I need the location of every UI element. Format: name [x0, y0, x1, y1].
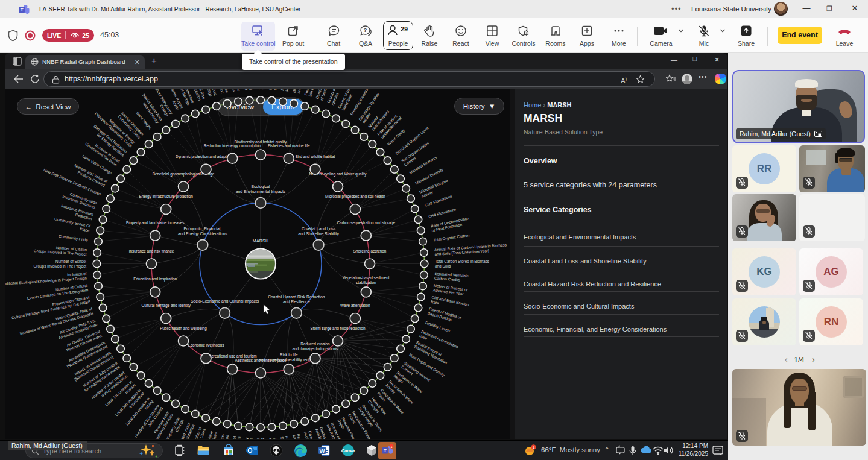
svg-text:Cooling CostSavings: Cooling CostSavings	[229, 89, 241, 92]
svg-text:Aesthetics and sense of place: Aesthetics and sense of place	[235, 358, 287, 363]
svg-text:and Energy Considerations: and Energy Considerations	[178, 232, 228, 236]
svg-text:Number of CitizenGroups Involv: Number of CitizenGroups Involved in The …	[34, 244, 87, 257]
svg-text:Reduced erosion: Reduced erosion	[300, 342, 330, 346]
svg-text:1: 1	[390, 445, 392, 449]
svg-text:Economic livelihoods: Economic livelihoods	[188, 343, 224, 347]
svg-text:Storm surge and flood reductio: Storm surge and flood reduction	[311, 326, 366, 331]
svg-text:Meters of Retreat orAdvance Pe: Meters of Retreat orAdvance Per Year	[432, 283, 468, 297]
svg-text:Number of SchoolGroups Involve: Number of SchoolGroups Involved in The P…	[33, 259, 86, 269]
svg-text:Recovery TimeAfter Storms: Recovery TimeAfter Storms	[292, 433, 306, 439]
svg-text:Perceived SafetySurveys: Perceived SafetySurveys	[279, 436, 293, 439]
svg-text:recreational use and tourism: recreational use and tourism	[208, 354, 257, 358]
svg-text:Annual Rate of Carbon Uptake i: Annual Rate of Carbon Uptake in Biomassa…	[434, 242, 507, 257]
svg-text:?: ?	[363, 27, 367, 33]
svg-text:Shoreline accretion: Shoreline accretion	[353, 249, 387, 253]
svg-text:stabilization: stabilization	[356, 280, 376, 285]
svg-text:CH4 Fluxuations: CH4 Fluxuations	[428, 207, 456, 218]
svg-text:and Environmental Impacts: and Environmental Impacts	[236, 189, 286, 194]
svg-text:Scenic QualityAssessment: Scenic QualityAssessment	[268, 437, 278, 439]
svg-text:Economic, Financial,: Economic, Financial,	[184, 227, 222, 231]
svg-text:Number ofRecreational Users: Number ofRecreational Users	[228, 436, 241, 439]
svg-text:29: 29	[401, 25, 408, 33]
svg-text:Bird and wildlife habitat: Bird and wildlife habitat	[296, 154, 335, 159]
svg-text:Surveys of Senseof Place: Surveys of Senseof Place	[256, 438, 265, 440]
svg-text:Coastal Hazard Risk Reduction: Coastal Hazard Risk Reduction	[268, 295, 325, 299]
svg-text:Energy infrastructure protecti: Energy infrastructure protection	[139, 194, 194, 199]
svg-text:Microbial processes and soil h: Microbial processes and soil health	[325, 194, 385, 199]
svg-text:Avoided GridUpgrade Cost: Avoided GridUpgrade Cost	[242, 89, 253, 90]
svg-text:and Resilience: and Resilience	[283, 300, 310, 304]
svg-text:Ecological: Ecological	[252, 184, 270, 189]
svg-text:and damage during storms: and damage during storms	[292, 347, 338, 351]
svg-text:Risk to life: Risk to life	[280, 353, 298, 357]
svg-text:Number of nativespecies: Number of nativespecies	[268, 89, 279, 90]
svg-text:W: W	[320, 447, 325, 454]
svg-text:Visual AmenityValue: Visual AmenityValue	[242, 437, 253, 439]
svg-text:Education and inspiration: Education and inspiration	[133, 277, 177, 282]
svg-text:Cultural heritage and identity: Cultural heritage and identity	[142, 303, 191, 308]
svg-text:Surveys Pre-Implementation: Surveys Pre-Implementation	[215, 433, 230, 439]
svg-text:Water Quality: Rate ofIncidenc: Water Quality: Rate ofIncidence of Water…	[18, 306, 94, 336]
svg-text:Socio-Economic and Cultural Im: Socio-Economic and Cultural Impacts	[191, 299, 259, 304]
svg-text:Property and land value increa: Property and land value increases	[126, 221, 185, 225]
svg-text:and Shoreline Stability: and Shoreline Stability	[298, 232, 339, 236]
svg-text:Estimated VerifiableCarbon Cre: Estimated VerifiableCarbon Credits	[434, 271, 469, 282]
svg-text:Coastal Land Loss: Coastal Land Loss	[302, 227, 336, 231]
svg-text:Wave attenuation: Wave attenuation	[340, 303, 370, 307]
svg-text:Energy UseReduction: Energy UseReduction	[217, 89, 229, 94]
svg-text:T: T	[21, 7, 24, 13]
svg-text:Total Carbon Stored in Biomass: Total Carbon Stored in Biomassand Soils	[435, 259, 489, 268]
svg-text:T: T	[384, 448, 387, 453]
svg-text:Community Pride: Community Pride	[59, 234, 89, 243]
svg-text:Public health and wellbeing: Public health and wellbeing	[160, 326, 207, 331]
svg-text:Fisheries and marine life: Fisheries and marine life	[268, 143, 310, 148]
svg-text:Rate of Decompositionor Peat F: Rate of Decompositionor Peat Formation	[431, 216, 471, 233]
svg-text:Insurance and risk finance: Insurance and risk finance	[129, 249, 174, 253]
svg-text:MARSH: MARSH	[253, 239, 268, 243]
svg-text:Canva: Canva	[341, 448, 355, 453]
svg-text:Reduction in energy consumptio: Reduction in energy consumption	[204, 143, 261, 148]
svg-text:Total Organic Carbon: Total Organic Carbon	[433, 233, 470, 242]
svg-text:Carbon sequestration and stora: Carbon sequestration and storage	[337, 221, 395, 225]
svg-text:Surveys of planktonicspecies: Surveys of planktonicspecies	[256, 89, 266, 90]
svg-text:1: 1	[533, 445, 535, 449]
